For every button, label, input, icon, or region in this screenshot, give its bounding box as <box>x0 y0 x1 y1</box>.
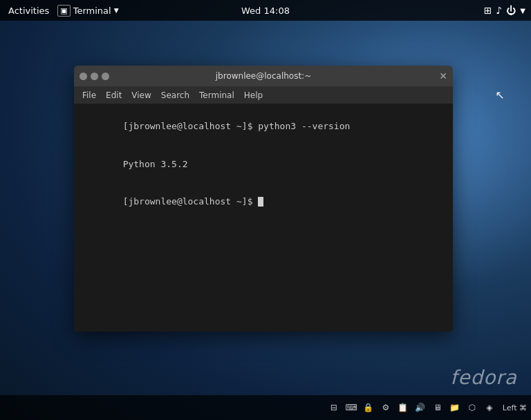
dot-3 <box>102 73 109 80</box>
menu-file[interactable]: File <box>78 89 100 102</box>
taskbar-icon-4[interactable]: ⚙ <box>378 400 393 415</box>
taskbar-icon-6[interactable]: 🔊 <box>413 400 428 415</box>
terminal-menubar: File Edit View Search Terminal Help <box>74 86 453 104</box>
terminal-icon: ▣ <box>57 5 70 17</box>
menu-terminal[interactable]: Terminal <box>195 89 239 102</box>
terminal-titlebar: jbrownlee@localhost:~ ✕ <box>74 66 453 86</box>
menu-edit[interactable]: Edit <box>102 89 126 102</box>
terminal-line-1: [jbrownlee@localhost ~]$ python3 --versi… <box>80 108 447 146</box>
terminal-taskbar-button[interactable]: ▣ Terminal ▼ <box>57 5 118 17</box>
dot-1 <box>80 73 87 80</box>
taskbar-icon-7[interactable]: 🖥 <box>430 400 445 415</box>
volume-icon[interactable]: ♪ <box>496 5 502 16</box>
taskbar-icon-3[interactable]: 🔒 <box>361 400 376 415</box>
dot-2 <box>91 73 98 80</box>
top-bar: Activities ▣ Terminal ▼ Wed 14:08 ⊞ ♪ ⏻ … <box>0 0 531 21</box>
terminal-window: jbrownlee@localhost:~ ✕ File Edit View S… <box>74 66 453 332</box>
taskbar-icon-2[interactable]: ⌨ <box>344 400 359 415</box>
network-icon[interactable]: ⊞ <box>484 5 492 16</box>
terminal-cursor <box>258 197 263 207</box>
terminal-line-2: Python 3.5.2 <box>80 146 447 184</box>
dropdown-arrow-icon: ▼ <box>114 7 119 14</box>
menu-view[interactable]: View <box>127 89 155 102</box>
desktop-mouse-cursor: ↖ <box>496 88 505 102</box>
top-bar-clock: Wed 14:08 <box>241 6 290 16</box>
taskbar-icon-10[interactable]: ◈ <box>482 400 497 415</box>
titlebar-controls <box>80 73 109 80</box>
taskbar: ⊟ ⌨ 🔒 ⚙ 📋 🔊 🖥 📁 ⬡ ◈ Left ⌘ <box>0 395 531 420</box>
taskbar-icon-1[interactable]: ⊟ <box>326 400 342 415</box>
menu-search[interactable]: Search <box>157 89 194 102</box>
close-button[interactable]: ✕ <box>439 70 447 82</box>
taskbar-icon-5[interactable]: 📋 <box>395 400 411 415</box>
terminal-content[interactable]: [jbrownlee@localhost ~]$ python3 --versi… <box>74 104 453 332</box>
taskbar-icon-8[interactable]: 📁 <box>447 400 463 415</box>
titlebar-title: jbrownlee@localhost:~ <box>216 71 311 81</box>
activities-button[interactable]: Activities <box>6 6 52 16</box>
top-bar-left: Activities ▣ Terminal ▼ <box>6 5 119 17</box>
terminal-line-3: [jbrownlee@localhost ~]$ <box>80 183 447 221</box>
fedora-logo: fedora <box>450 366 517 389</box>
dropdown-system-icon[interactable]: ▼ <box>520 7 525 15</box>
taskbar-icon-9[interactable]: ⬡ <box>465 400 480 415</box>
power-icon[interactable]: ⏻ <box>506 5 516 16</box>
desktop: Activities ▣ Terminal ▼ Wed 14:08 ⊞ ♪ ⏻ … <box>0 0 531 420</box>
taskbar-label: Left ⌘ <box>503 403 527 412</box>
menu-help[interactable]: Help <box>240 89 267 102</box>
top-bar-right: ⊞ ♪ ⏻ ▼ <box>484 5 525 16</box>
